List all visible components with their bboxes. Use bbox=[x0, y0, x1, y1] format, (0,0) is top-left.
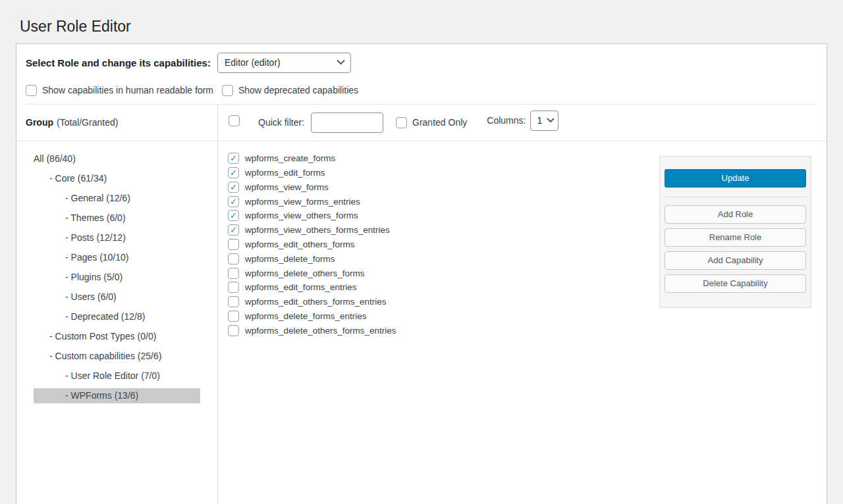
groups-sidebar: Group (Total/Granted) All (86/40) - Core… bbox=[16, 105, 218, 504]
capability-checkbox[interactable] bbox=[228, 224, 239, 236]
human-readable-toggle: Show capabilities in human readable form bbox=[26, 85, 213, 96]
capability-label: wpforms_view_others_forms_entries bbox=[245, 225, 390, 235]
capability-row: wpforms_view_others_forms_entries bbox=[228, 223, 659, 238]
add-capability-button[interactable]: Add Capability bbox=[665, 251, 806, 270]
capability-label: wpforms_view_forms_entries bbox=[245, 197, 360, 207]
group-tree-item-label: - General (12/6) bbox=[65, 193, 130, 203]
group-tree-item[interactable]: - Plugins (5/0) bbox=[34, 270, 200, 285]
capability-label: wpforms_create_forms bbox=[245, 153, 335, 163]
capability-checkbox[interactable] bbox=[228, 253, 239, 265]
capability-row: wpforms_view_forms bbox=[228, 180, 659, 194]
columns-select[interactable]: 1 bbox=[530, 111, 558, 131]
capabilities-section: Quick filter: Granted Only Columns: 1 wp… bbox=[218, 105, 827, 504]
capability-checkbox[interactable] bbox=[228, 167, 239, 178]
actions-panel: Update Add Role Rename Role Add Capabili… bbox=[659, 156, 811, 308]
group-tree-item[interactable]: - WPForms (13/6) bbox=[34, 388, 200, 403]
group-list: All (86/40) - Core (61/34) - General (12… bbox=[34, 151, 200, 403]
role-select-control[interactable]: Editor (editor) bbox=[217, 53, 351, 73]
filter-bar: Quick filter: Granted Only Columns: 1 bbox=[218, 105, 827, 141]
group-tree-item-label: - Pages (10/10) bbox=[65, 252, 129, 263]
group-tree-item[interactable]: All (86/40) bbox=[34, 151, 200, 166]
group-tree-item[interactable]: - Users (6/0) bbox=[34, 290, 200, 305]
capability-label: wpforms_view_forms bbox=[245, 182, 329, 192]
capability-label: wpforms_edit_forms bbox=[245, 168, 325, 178]
group-tree-item[interactable]: - Pages (10/10) bbox=[34, 250, 200, 265]
groups-header: Group (Total/Granted) bbox=[16, 105, 217, 141]
group-tree-item-label: - Core (61/34) bbox=[49, 173, 107, 184]
page-title: User Role Editor bbox=[20, 17, 843, 37]
capability-checkbox[interactable] bbox=[228, 210, 239, 221]
quick-filter-input[interactable] bbox=[311, 113, 383, 133]
capability-checkbox[interactable] bbox=[228, 196, 239, 207]
capability-checkbox[interactable] bbox=[228, 239, 239, 250]
capability-label: wpforms_view_others_forms bbox=[245, 211, 358, 220]
group-tree-item-label: - Plugins (5/0) bbox=[65, 272, 122, 282]
capability-checkbox[interactable] bbox=[228, 325, 239, 336]
role-select[interactable]: Editor (editor) bbox=[217, 53, 351, 73]
group-tree-item-label: - Themes (6/0) bbox=[65, 213, 126, 223]
capability-row: wpforms_delete_others_forms_entries bbox=[228, 323, 659, 338]
capability-row: wpforms_delete_forms bbox=[228, 251, 659, 266]
group-tree-item-label: - User Role Editor (7/0) bbox=[65, 370, 160, 381]
group-tree-item-label: - Custom capabilities (25/6) bbox=[49, 351, 161, 361]
capability-checkbox[interactable] bbox=[228, 153, 239, 164]
capability-label: wpforms_edit_forms_entries bbox=[245, 282, 357, 292]
delete-capability-button[interactable]: Delete Capability bbox=[665, 274, 806, 293]
group-tree-item[interactable]: - General (12/6) bbox=[34, 191, 200, 206]
capability-checkbox[interactable] bbox=[228, 296, 239, 307]
groups-header-title: Group bbox=[26, 117, 53, 128]
capability-list: wpforms_create_forms wpforms_edit_forms … bbox=[218, 141, 659, 338]
capability-row: wpforms_edit_forms bbox=[228, 166, 659, 180]
user-role-editor-panel: Select Role and change its capabilities:… bbox=[16, 43, 827, 504]
columns-label: Columns: bbox=[487, 115, 526, 126]
capability-row: wpforms_edit_forms_entries bbox=[228, 280, 659, 295]
group-tree-item-label: - WPForms (13/6) bbox=[65, 390, 138, 401]
capability-checkbox[interactable] bbox=[228, 282, 239, 293]
group-tree-item-label: - Custom Post Types (0/0) bbox=[49, 331, 156, 341]
granted-only-label: Granted Only bbox=[412, 117, 467, 128]
group-tree-item-label: All (86/40) bbox=[34, 153, 76, 164]
group-tree-item[interactable]: - Custom capabilities (25/6) bbox=[34, 349, 200, 364]
columns-select-control[interactable]: 1 bbox=[530, 111, 558, 131]
capability-label: wpforms_edit_others_forms bbox=[245, 239, 355, 249]
quick-filter-label: Quick filter: bbox=[258, 117, 304, 128]
capability-row: wpforms_edit_others_forms_entries bbox=[228, 295, 659, 309]
capability-checkbox[interactable] bbox=[228, 311, 239, 322]
group-tree-item-label: - Users (6/0) bbox=[65, 291, 117, 302]
groups-header-suffix: (Total/Granted) bbox=[57, 117, 118, 128]
capability-row: wpforms_delete_others_forms bbox=[228, 266, 659, 280]
role-select-label: Select Role and change its capabilities: bbox=[26, 57, 211, 68]
group-tree-item-label: - Deprecated (12/8) bbox=[65, 311, 145, 322]
capability-row: wpforms_view_others_forms bbox=[228, 209, 659, 223]
show-deprecated-label: Show deprecated capabilities bbox=[238, 85, 358, 95]
group-tree-item[interactable]: - User Role Editor (7/0) bbox=[34, 368, 200, 384]
panel-header: Select Role and change its capabilities:… bbox=[16, 44, 827, 105]
select-all-checkbox[interactable] bbox=[229, 115, 240, 126]
capability-row: wpforms_create_forms bbox=[228, 151, 659, 166]
add-role-button[interactable]: Add Role bbox=[665, 205, 806, 224]
rename-role-button[interactable]: Rename Role bbox=[665, 228, 806, 247]
group-tree-item-label: - Posts (12/12) bbox=[65, 232, 126, 243]
group-tree-item[interactable]: - Themes (6/0) bbox=[34, 211, 200, 226]
group-tree-item[interactable]: - Posts (12/12) bbox=[34, 230, 200, 245]
capability-label: wpforms_delete_forms bbox=[245, 254, 335, 264]
actions-divider bbox=[665, 197, 806, 197]
capability-row: wpforms_view_forms_entries bbox=[228, 194, 659, 209]
capability-row: wpforms_delete_forms_entries bbox=[228, 309, 659, 324]
capability-label: wpforms_edit_others_forms_entries bbox=[245, 297, 387, 307]
capability-label: wpforms_delete_others_forms bbox=[245, 268, 365, 278]
deprecated-toggle: Show deprecated capabilities bbox=[222, 85, 358, 96]
capability-checkbox[interactable] bbox=[228, 268, 239, 279]
human-readable-checkbox[interactable] bbox=[26, 85, 37, 96]
human-readable-label: Show capabilities in human readable form bbox=[42, 85, 213, 95]
group-tree-item[interactable]: - Custom Post Types (0/0) bbox=[34, 329, 200, 344]
capability-label: wpforms_delete_others_forms_entries bbox=[245, 326, 396, 336]
granted-only-checkbox[interactable] bbox=[396, 117, 407, 128]
group-tree-item[interactable]: - Core (61/34) bbox=[34, 171, 200, 186]
capability-checkbox[interactable] bbox=[228, 182, 239, 193]
group-tree-item[interactable]: - Deprecated (12/8) bbox=[34, 309, 200, 324]
capability-row: wpforms_edit_others_forms bbox=[228, 238, 659, 252]
update-button[interactable]: Update bbox=[665, 169, 806, 188]
capability-label: wpforms_delete_forms_entries bbox=[245, 311, 367, 321]
show-deprecated-checkbox[interactable] bbox=[222, 85, 233, 96]
